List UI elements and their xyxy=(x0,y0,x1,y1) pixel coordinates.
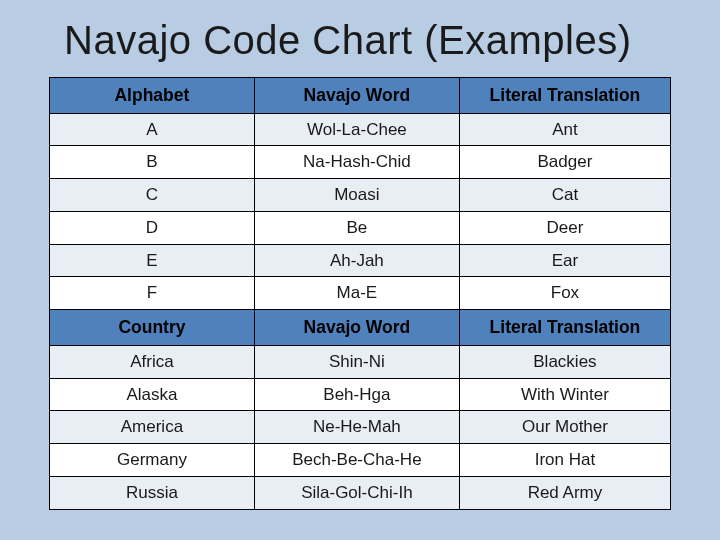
cell: Ah-Jah xyxy=(254,244,459,277)
header-navajo-word: Navajo Word xyxy=(254,78,459,114)
slide: Navajo Code Chart (Examples) Alphabet Na… xyxy=(0,0,720,540)
cell: Badger xyxy=(459,146,670,179)
table-row: Russia Sila-Gol-Chi-Ih Red Army xyxy=(49,476,670,509)
cell: Deer xyxy=(459,211,670,244)
table-row: Africa Shin-Ni Blackies xyxy=(49,345,670,378)
cell: Our Mother xyxy=(459,411,670,444)
cell: D xyxy=(49,211,254,244)
cell: E xyxy=(49,244,254,277)
cell: Fox xyxy=(459,277,670,310)
cell: Africa xyxy=(49,345,254,378)
table-header-row: Alphabet Navajo Word Literal Translation xyxy=(49,78,670,114)
cell: B xyxy=(49,146,254,179)
table-row: Germany Bech-Be-Cha-He Iron Hat xyxy=(49,444,670,477)
table-row: F Ma-E Fox xyxy=(49,277,670,310)
table-row: C Moasi Cat xyxy=(49,179,670,212)
table-row: B Na-Hash-Chid Badger xyxy=(49,146,670,179)
cell: Ne-He-Mah xyxy=(254,411,459,444)
header-navajo-word: Navajo Word xyxy=(254,310,459,346)
cell: Red Army xyxy=(459,476,670,509)
header-country: Country xyxy=(49,310,254,346)
cell: Na-Hash-Chid xyxy=(254,146,459,179)
cell: Blackies xyxy=(459,345,670,378)
cell: F xyxy=(49,277,254,310)
table-row: Alaska Beh-Hga With Winter xyxy=(49,378,670,411)
cell: Ant xyxy=(459,113,670,146)
table-row: D Be Deer xyxy=(49,211,670,244)
table-row: A Wol-La-Chee Ant xyxy=(49,113,670,146)
cell: Beh-Hga xyxy=(254,378,459,411)
cell: Ear xyxy=(459,244,670,277)
table-header-row: Country Navajo Word Literal Translation xyxy=(49,310,670,346)
table-row: America Ne-He-Mah Our Mother xyxy=(49,411,670,444)
cell: Wol-La-Chee xyxy=(254,113,459,146)
cell: Iron Hat xyxy=(459,444,670,477)
cell: Ma-E xyxy=(254,277,459,310)
cell: Shin-Ni xyxy=(254,345,459,378)
header-alphabet: Alphabet xyxy=(49,78,254,114)
cell: C xyxy=(49,179,254,212)
cell: Alaska xyxy=(49,378,254,411)
header-literal-translation: Literal Translation xyxy=(459,78,670,114)
cell: Sila-Gol-Chi-Ih xyxy=(254,476,459,509)
cell: Be xyxy=(254,211,459,244)
cell: Russia xyxy=(49,476,254,509)
cell: America xyxy=(49,411,254,444)
cell: Moasi xyxy=(254,179,459,212)
cell: With Winter xyxy=(459,378,670,411)
page-title: Navajo Code Chart (Examples) xyxy=(64,18,684,63)
code-table: Alphabet Navajo Word Literal Translation… xyxy=(49,77,671,510)
cell: Cat xyxy=(459,179,670,212)
header-literal-translation: Literal Translation xyxy=(459,310,670,346)
table-row: E Ah-Jah Ear xyxy=(49,244,670,277)
cell: Germany xyxy=(49,444,254,477)
cell: Bech-Be-Cha-He xyxy=(254,444,459,477)
cell: A xyxy=(49,113,254,146)
